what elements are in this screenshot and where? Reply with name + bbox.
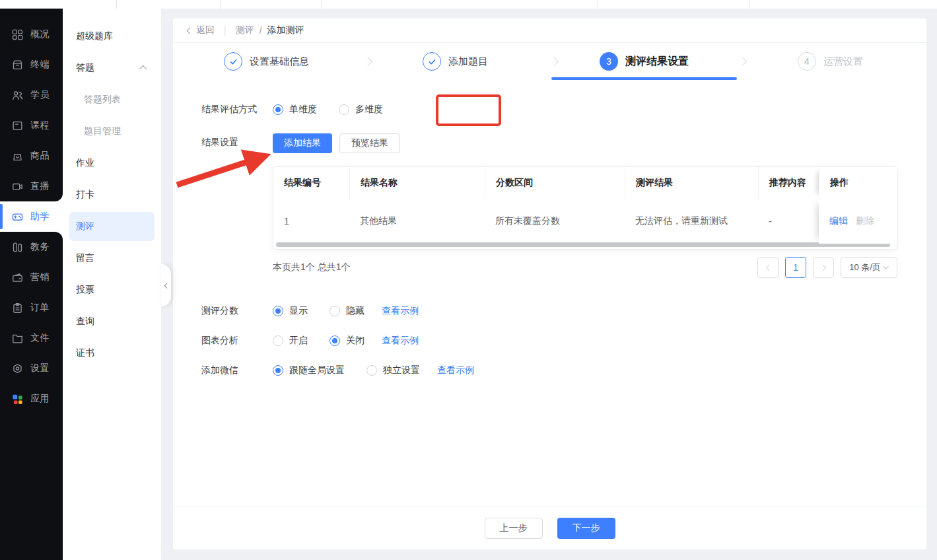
- sidebar-item-courses[interactable]: 课程: [0, 110, 63, 141]
- submenu-group-answering[interactable]: 答题: [63, 52, 161, 84]
- prev-step-button[interactable]: 上一步: [485, 518, 543, 539]
- course-icon: [11, 120, 24, 132]
- settings-icon: [11, 363, 24, 375]
- chevron-right-icon: [364, 58, 371, 65]
- step-2-add-questions[interactable]: 添加题目: [423, 52, 488, 71]
- submenu-item-assessment[interactable]: 测评: [63, 211, 161, 242]
- sidebar-item-apps[interactable]: 应用: [0, 384, 63, 414]
- wechat-example-link[interactable]: 查看示例: [437, 365, 474, 376]
- cell-score-range: 所有未覆盖分数: [485, 199, 625, 244]
- submenu-item-homework[interactable]: 作业: [63, 147, 161, 179]
- chevron-right-icon: [739, 58, 746, 65]
- sidebar-item-students[interactable]: 学员: [0, 80, 63, 110]
- chart-analysis-row: 图表分析 开启 关闭 查看示例: [201, 335, 419, 347]
- step-number-badge: 3: [600, 52, 618, 71]
- radio-multi-dimension[interactable]: 多维度: [339, 104, 383, 116]
- browser-tab-separator: [116, 0, 117, 9]
- submenu-item-question-management[interactable]: 题目管理: [63, 116, 161, 147]
- submenu-item-certificate[interactable]: 证书: [63, 337, 161, 369]
- sidebar-item-academic[interactable]: 教务: [0, 232, 63, 262]
- radio-single-dimension[interactable]: 单维度: [273, 104, 317, 116]
- browser-tab-separator: [749, 0, 749, 9]
- submenu-item-answer-list[interactable]: 答题列表: [63, 84, 161, 116]
- radio-icon: [330, 335, 340, 346]
- radio-chart-off[interactable]: 关闭: [330, 335, 364, 347]
- browser-tab-separator: [598, 0, 598, 9]
- back-link[interactable]: 返回: [196, 24, 215, 36]
- breadcrumb-divider: |: [224, 25, 226, 36]
- sidebar-item-files[interactable]: 文件: [0, 323, 63, 353]
- storefront-icon: [11, 59, 24, 71]
- sidebar-collapse-handle[interactable]: [161, 264, 171, 306]
- main-content-card: 返回 | 测评 / 添加测评 设置基础信息 添加题目 3 测评结果设置 4 运营…: [173, 18, 926, 549]
- radio-icon: [273, 335, 283, 346]
- breadcrumb: 返回 | 测评 / 添加测评: [173, 18, 926, 43]
- wechat-label: 添加微信: [201, 365, 273, 376]
- next-page-button[interactable]: [813, 257, 834, 278]
- horizontal-scrollbar[interactable]: [276, 242, 890, 247]
- pagination-summary: 本页共1个 总共1个: [273, 262, 350, 273]
- step-1-basic-info[interactable]: 设置基础信息: [224, 52, 309, 71]
- marketing-wallet-icon: [11, 271, 24, 284]
- step-number-badge: 4: [798, 52, 816, 71]
- breadcrumb-section[interactable]: 测评: [236, 24, 254, 36]
- radio-chart-on[interactable]: 开启: [273, 335, 308, 347]
- sidebar-item-live[interactable]: 直播: [0, 171, 63, 201]
- sidebar-item-study-assist[interactable]: 助学: [0, 201, 63, 232]
- sidebar-item-terminal[interactable]: 终端: [0, 50, 63, 80]
- radio-score-hide[interactable]: 隐藏: [330, 305, 364, 317]
- add-result-button[interactable]: 添加结果: [273, 133, 332, 153]
- radio-icon: [339, 104, 349, 115]
- score-display-row: 测评分数 显示 隐藏 查看示例: [201, 305, 419, 317]
- submenu-item-voting[interactable]: 投票: [63, 274, 161, 306]
- page-size-select[interactable]: 10 条/页: [841, 257, 897, 278]
- page-number-button[interactable]: 1: [785, 257, 806, 278]
- result-setting-row: 结果设置 添加结果 预览结果: [201, 133, 400, 153]
- next-step-button[interactable]: 下一步: [557, 518, 615, 539]
- score-example-link[interactable]: 查看示例: [382, 305, 419, 317]
- prev-page-button[interactable]: [757, 257, 779, 278]
- column-header-actions: 操作: [819, 167, 897, 199]
- gamepad-icon: [11, 211, 24, 223]
- order-clipboard-icon: [11, 302, 24, 314]
- cell-recommend: -: [758, 199, 819, 244]
- radio-score-show[interactable]: 显示: [273, 305, 308, 317]
- submenu-item-messages[interactable]: 留言: [63, 242, 161, 274]
- cell-result-text: 无法评估，请重新测试: [625, 199, 758, 244]
- submenu-item-checkin[interactable]: 打卡: [63, 179, 161, 211]
- sidebar-item-overview[interactable]: 概况: [0, 19, 63, 50]
- chart-example-link[interactable]: 查看示例: [382, 335, 419, 347]
- step-3-result-settings[interactable]: 3 测评结果设置: [600, 52, 689, 71]
- column-header: 结果名称: [349, 167, 485, 199]
- chevron-up-icon: [139, 65, 147, 73]
- goods-bag-icon: [11, 150, 24, 162]
- column-header: 推荐内容: [758, 167, 819, 199]
- column-header: 结果编号: [273, 167, 349, 199]
- results-table: 结果编号 结果名称 分数区间 测评结果 推荐内容 操作 1 其他结果 所有未覆盖…: [273, 166, 897, 250]
- radio-wechat-global[interactable]: 跟随全局设置: [273, 365, 345, 376]
- check-circle-icon: [423, 52, 441, 71]
- browser-top-strip: [0, 0, 937, 9]
- browser-tab-separator: [322, 0, 322, 9]
- sidebar-item-orders[interactable]: 订单: [0, 293, 63, 323]
- preview-result-button[interactable]: 预览结果: [339, 133, 400, 153]
- notch-corner: [55, 193, 63, 201]
- sidebar-item-settings[interactable]: 设置: [0, 353, 63, 384]
- submenu-item-query[interactable]: 查询: [63, 306, 161, 337]
- apps-icon: [11, 393, 24, 405]
- secondary-sidebar: 超级题库 答题 答题列表 题目管理 作业 打卡 测评 留言 投票 查询 证书: [63, 9, 161, 560]
- chevron-left-icon: [164, 283, 169, 288]
- submenu-item-super-question-bank[interactable]: 超级题库: [63, 20, 161, 52]
- sidebar-item-goods[interactable]: 商品: [0, 141, 63, 171]
- breadcrumb-current: 添加测评: [267, 24, 304, 36]
- cell-result-id: 1: [273, 199, 349, 244]
- pagination-controls: 1 10 条/页: [757, 257, 897, 278]
- radio-wechat-independent[interactable]: 独立设置: [366, 365, 420, 376]
- sidebar-item-marketing[interactable]: 营销: [0, 262, 63, 293]
- folder-icon: [11, 332, 24, 345]
- delete-link[interactable]: 删除: [856, 215, 874, 227]
- result-setting-label: 结果设置: [201, 137, 273, 149]
- step-4-operation-settings[interactable]: 4 运营设置: [798, 52, 863, 71]
- steps-bar: 设置基础信息 添加题目 3 测评结果设置 4 运营设置: [173, 43, 926, 80]
- edit-link[interactable]: 编辑: [829, 215, 848, 227]
